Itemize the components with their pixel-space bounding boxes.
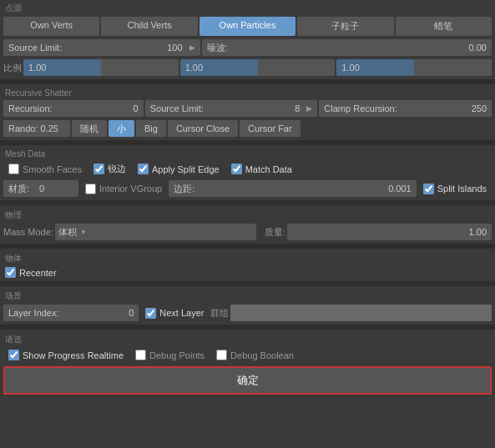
interior-vgroup-check: Interior VGroup: [80, 182, 167, 196]
tab-child-verts[interactable]: Child Verts: [101, 17, 197, 36]
margin-label: 边距:: [174, 183, 194, 195]
ratio-slider-1[interactable]: 1.00: [23, 59, 179, 76]
mass-mode-dropdown[interactable]: 体积 ▼: [55, 224, 256, 240]
separator-5: [0, 281, 495, 286]
clamp-recursion-field[interactable]: Clamp Recursion: 250: [319, 100, 492, 117]
layer-index-field[interactable]: Layer Index: 0: [3, 305, 139, 321]
btn-cursor-close[interactable]: Cursor Close: [168, 120, 238, 137]
group-field[interactable]: [230, 305, 492, 321]
apply-split-edge-checkbox[interactable]: [138, 164, 149, 174]
split-islands-label: Split Islands: [437, 184, 487, 194]
interior-vgroup-checkbox[interactable]: [85, 184, 96, 194]
mass-mode-label: Mass Mode:: [3, 227, 53, 237]
recenter-row: Recenter: [0, 265, 495, 279]
recenter-checkbox[interactable]: [5, 267, 16, 278]
tab-zi-lizi[interactable]: 子粒子: [297, 17, 393, 36]
next-layer-check: Next Layer: [140, 306, 209, 320]
interior-vgroup-label: Interior VGroup: [99, 184, 162, 194]
debug-points-check: Debug Points: [130, 348, 210, 362]
sharp-edges-checkbox[interactable]: [93, 164, 104, 174]
mesh-checks-row2: 材质: 0 Interior VGroup 边距: 0.001 Split Is…: [0, 179, 495, 199]
main-panel: 点源 Own Verts Child Verts Own Particles 子…: [0, 0, 495, 395]
layer-index-value: 0: [129, 308, 134, 318]
mass-mode-value: 体积: [58, 226, 77, 239]
separator-1: [0, 79, 495, 84]
mesh-data-label: Mesh Data: [5, 149, 45, 159]
split-islands-check: Split Islands: [418, 182, 492, 196]
apply-split-edge-check: Apply Split Edge: [133, 162, 225, 176]
source-limit-value: 100: [167, 43, 182, 53]
match-data-checkbox[interactable]: [231, 164, 242, 174]
separator-6: [0, 325, 495, 330]
match-data-check: Match Data: [226, 162, 297, 176]
btn-cursor-far[interactable]: Cursor Far: [240, 120, 301, 137]
physics-header: 物理: [0, 207, 495, 222]
show-progress-checkbox[interactable]: [8, 350, 19, 360]
separator-2: [0, 140, 495, 145]
mesh-data-header: Mesh Data: [0, 147, 495, 159]
confirm-button[interactable]: 确定: [3, 366, 492, 395]
btn-big[interactable]: Big: [136, 120, 166, 137]
recursive-shatter-label: Recursive Shatter: [5, 88, 71, 98]
layer-index-label: Layer Index:: [8, 308, 59, 318]
noise-value: 0.00: [469, 43, 487, 53]
split-islands-checkbox[interactable]: [423, 184, 434, 194]
recursion-field[interactable]: Recursion: 0: [3, 100, 144, 117]
tab-labii[interactable]: 蜡笔: [396, 17, 492, 36]
show-progress-check: Show Progress Realtime: [3, 348, 129, 362]
smooth-faces-check: Smooth Faces: [3, 162, 87, 176]
rec-source-limit-value: 8: [295, 103, 300, 113]
debug-boolean-check: Debug Boolean: [211, 348, 299, 362]
debug-boolean-checkbox[interactable]: [216, 350, 227, 360]
quality-field[interactable]: 1.00: [287, 224, 492, 240]
group-label: 群组: [210, 307, 229, 320]
object-header: 物体: [0, 250, 495, 265]
tab-own-particles[interactable]: Own Particles: [200, 17, 295, 36]
debug-label: 请选: [5, 335, 22, 344]
material-label: 材质:: [8, 183, 29, 195]
source-limit-arrow: ▶: [189, 43, 195, 52]
btn-suiji[interactable]: 随机: [72, 120, 107, 137]
ratio-label: 比例: [3, 62, 22, 74]
debug-boolean-label: Debug Boolean: [230, 350, 294, 360]
recursion-value: 0: [134, 103, 139, 113]
ratio-value-3: 1.00: [341, 63, 359, 73]
tab-own-verts[interactable]: Own Verts: [3, 17, 99, 36]
quality-label: 质量:: [265, 226, 285, 239]
clamp-value: 250: [472, 103, 487, 113]
source-limit-label: Source Limit:: [8, 43, 62, 53]
debug-header: 请选: [0, 331, 495, 346]
next-layer-checkbox[interactable]: [145, 308, 156, 319]
source-section-header: 点源: [0, 0, 495, 15]
physics-row: Mass Mode: 体积 ▼ 质量: 1.00: [0, 222, 495, 242]
mesh-checks-row1: Smooth Faces 锐边 Apply Split Edge Match D…: [0, 159, 495, 179]
ratio-slider-3[interactable]: 1.00: [336, 59, 492, 76]
source-label: 点源: [5, 3, 22, 13]
ratio-value-1: 1.00: [28, 63, 46, 73]
debug-points-checkbox[interactable]: [135, 350, 146, 360]
smooth-faces-checkbox[interactable]: [8, 164, 19, 174]
rando-field[interactable]: Rando: 0.25: [3, 120, 70, 137]
clamp-label: Clamp Recursion:: [324, 103, 397, 113]
recursion-row: Recursion: 0 Source Limit: 8 ▶ Clamp Rec…: [0, 98, 495, 118]
btn-xiao[interactable]: 小: [109, 120, 134, 137]
show-progress-label: Show Progress Realtime: [23, 350, 124, 360]
rec-source-limit-field[interactable]: Source Limit: 8 ▶: [145, 100, 318, 117]
recursion-label: Recursion:: [8, 103, 53, 113]
mass-mode-arrow: ▼: [80, 229, 87, 236]
source-tabs: Own Verts Child Verts Own Particles 子粒子 …: [0, 15, 495, 38]
separator-4: [0, 244, 495, 249]
sharp-edges-label: 锐边: [108, 163, 126, 175]
margin-field[interactable]: 边距: 0.001: [169, 180, 416, 197]
field-row: Layer Index: 0 Next Layer 群组: [0, 303, 495, 323]
sharp-edges-check: 锐边: [88, 161, 131, 177]
noise-label: 噪波:: [207, 42, 228, 54]
source-limit-field[interactable]: Source Limit: 100 ▶: [3, 39, 200, 56]
quality-value: 1.00: [469, 227, 487, 237]
field-header: 场景: [0, 288, 495, 303]
material-field[interactable]: 材质: 0: [3, 180, 78, 197]
rando-label: Rando: 0.25: [8, 123, 58, 133]
recursive-shatter-header: Recursive Shatter: [0, 86, 495, 98]
ratio-slider-2[interactable]: 1.00: [180, 59, 336, 76]
noise-field[interactable]: 噪波: 0.00: [202, 39, 492, 56]
